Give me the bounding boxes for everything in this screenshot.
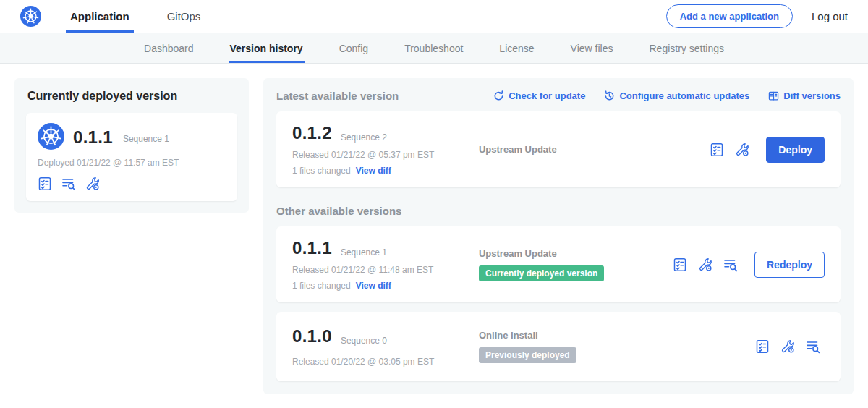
config-icon[interactable] — [85, 177, 100, 191]
view-diff-link[interactable]: View diff — [356, 166, 391, 176]
deploy-button[interactable]: Deploy — [766, 137, 825, 163]
other-available-title: Other available versions — [276, 205, 841, 217]
version-sequence: Sequence 0 — [341, 336, 387, 346]
tab-application[interactable]: Application — [66, 0, 134, 33]
version-row: 0.1.2 Sequence 2 Released 01/21/22 @ 05:… — [276, 111, 841, 187]
diff-icon — [768, 90, 779, 101]
subnav-item-version-history[interactable]: Version history — [229, 33, 305, 63]
config-icon[interactable] — [735, 143, 749, 157]
files-changed-label: 1 files changed — [292, 281, 351, 291]
top-bar: Application GitOps Add a new application… — [0, 0, 868, 33]
currently-deployed-panel: Currently deployed version 0.1.1 Sequenc… — [14, 78, 249, 213]
release-notes-icon[interactable] — [673, 258, 687, 272]
subnav-item-troubleshoot[interactable]: Troubleshoot — [403, 33, 464, 63]
subnav-item-license[interactable]: License — [498, 33, 535, 63]
subnav-item-dashboard[interactable]: Dashboard — [142, 33, 195, 63]
latest-available-title: Latest available version — [276, 90, 399, 102]
view-files-icon[interactable] — [806, 339, 820, 354]
subnav-label: License — [499, 43, 534, 54]
view-files-icon[interactable] — [723, 258, 738, 272]
released-timestamp: Released 01/21/22 @ 11:48 am EST — [292, 265, 479, 275]
version-number: 0.1.1 — [292, 238, 332, 258]
released-timestamp: Released 01/20/22 @ 03:05 pm EST — [292, 357, 479, 367]
tab-gitops[interactable]: GitOps — [163, 0, 205, 33]
version-number: 0.1.2 — [292, 123, 332, 143]
subnav-label: View files — [571, 43, 613, 54]
deployed-version-number: 0.1.1 — [73, 127, 113, 148]
main-content: Currently deployed version 0.1.1 Sequenc… — [0, 64, 868, 408]
release-notes-icon[interactable] — [710, 143, 724, 157]
subnav-item-registry-settings[interactable]: Registry settings — [648, 33, 726, 63]
version-row: 0.1.1 Sequence 1 Released 01/21/22 @ 11:… — [276, 226, 841, 302]
version-source: Upstream Update — [479, 248, 673, 259]
release-notes-icon[interactable] — [755, 339, 770, 354]
diff-versions-link[interactable]: Diff versions — [768, 90, 841, 101]
version-sequence: Sequence 1 — [341, 247, 387, 258]
deployed-version-card: 0.1.1 Sequence 1 Deployed 01/21/22 @ 11:… — [26, 113, 237, 201]
check-for-update-link[interactable]: Check for update — [493, 90, 585, 101]
config-icon[interactable] — [698, 258, 712, 272]
subnav-label: Version history — [230, 43, 303, 54]
tab-application-label: Application — [70, 10, 129, 22]
tab-gitops-label: GitOps — [167, 10, 201, 22]
refresh-icon — [493, 90, 504, 101]
released-timestamp: Released 01/21/22 @ 05:37 pm EST — [292, 150, 479, 160]
subnav-label: Config — [339, 43, 368, 54]
version-source: Online Install — [479, 330, 673, 341]
kubernetes-logo-icon — [20, 0, 41, 33]
version-source: Upstream Update — [479, 144, 673, 155]
view-diff-link[interactable]: View diff — [356, 281, 391, 291]
check-for-update-label: Check for update — [509, 90, 585, 101]
deployed-sequence-label: Sequence 1 — [123, 134, 169, 144]
files-changed-label: 1 files changed — [292, 166, 351, 176]
version-sequence: Sequence 2 — [341, 132, 387, 143]
deployed-timestamp: Deployed 01/21/22 @ 11:57 am EST — [38, 158, 226, 168]
redeploy-button[interactable]: Redeploy — [754, 252, 825, 278]
release-notes-icon[interactable] — [38, 177, 52, 191]
previously-deployed-badge: Previously deployed — [479, 347, 576, 363]
topbar-spacer — [234, 0, 665, 33]
currently-deployed-badge: Currently deployed version — [479, 265, 604, 281]
subnav-label: Dashboard — [144, 43, 194, 54]
version-row: 0.1.0 Sequence 0 Released 01/20/22 @ 03:… — [276, 312, 841, 381]
history-clock-icon — [604, 90, 615, 101]
app-icon — [38, 123, 64, 152]
subnav-label: Registry settings — [650, 43, 724, 54]
configure-updates-label: Configure automatic updates — [619, 90, 749, 101]
add-application-button[interactable]: Add a new application — [666, 4, 793, 28]
config-icon[interactable] — [780, 339, 795, 354]
view-files-icon[interactable] — [61, 177, 76, 191]
diff-versions-label: Diff versions — [783, 90, 841, 101]
subnav-label: Troubleshoot — [404, 43, 463, 54]
configure-automatic-updates-link[interactable]: Configure automatic updates — [604, 90, 749, 101]
app-subnav: Dashboard Version history Config Trouble… — [0, 33, 868, 64]
deployed-panel-title: Currently deployed version — [26, 90, 237, 103]
version-number: 0.1.0 — [292, 326, 332, 347]
logout-button[interactable]: Log out — [812, 10, 848, 22]
subnav-item-config[interactable]: Config — [338, 33, 370, 63]
subnav-item-view-files[interactable]: View files — [569, 33, 615, 63]
available-versions-panel: Latest available version Check for updat… — [263, 78, 854, 394]
